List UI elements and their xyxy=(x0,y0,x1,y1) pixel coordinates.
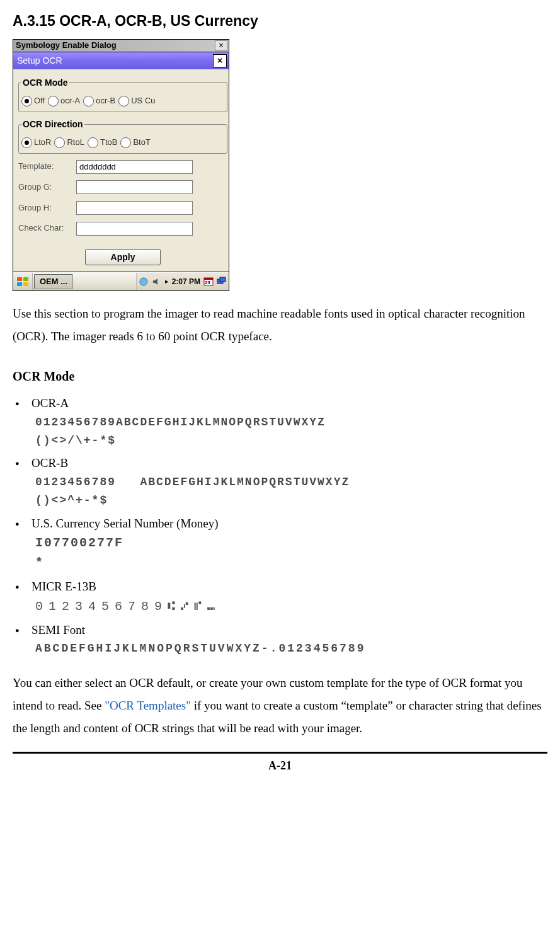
radio-label: LtoR xyxy=(34,135,51,151)
svg-rect-4 xyxy=(220,277,226,282)
setup-close-button[interactable]: × xyxy=(213,54,227,67)
background-dialog-titlebar: Symbology Enable Dialog × xyxy=(13,40,229,52)
apply-button[interactable]: Apply xyxy=(85,249,161,265)
taskbar: OEM ... ▸ 2:07 PM 23 xyxy=(13,272,229,290)
network-icon[interactable] xyxy=(139,277,149,287)
radio-dir-rtol[interactable]: RtoL xyxy=(54,135,84,151)
setup-titlebar: Setup OCR × xyxy=(13,52,229,69)
radio-icon xyxy=(21,96,32,106)
page-number: A-21 xyxy=(13,755,547,776)
setup-body: OCR Mode Off ocr-A ocr-B US Cu OCR Direc… xyxy=(13,69,229,272)
ocr-direction-group: OCR Direction LtoR RtoL TtoB BtoT xyxy=(18,116,227,154)
list-item-micr: MICR E-13B 0123456789⑆⑇⑈⑉ xyxy=(15,578,547,615)
radio-label: TtoB xyxy=(100,135,117,151)
setup-title-text: Setup OCR xyxy=(17,52,62,69)
windows-flag-icon xyxy=(17,277,28,286)
micr-label: MICR E-13B xyxy=(15,578,547,596)
radio-icon xyxy=(83,96,94,106)
ocr-mode-subheading: OCR Mode xyxy=(13,364,547,388)
radio-icon xyxy=(88,137,98,148)
micr-sample: 0123456789⑆⑇⑈⑉ xyxy=(35,599,547,615)
group-g-row: Group G: xyxy=(18,180,227,195)
radio-label: US Cu xyxy=(131,93,155,109)
ocr-b-sample-line1: 0123456789 ABCDEFGHIJKLMNOPQRSTUVWXYZ xyxy=(35,475,547,490)
ocr-direction-legend: OCR Direction xyxy=(21,116,84,133)
semi-sample: ABCDEFGHIJKLMNOPQRSTUVWXYZ-.0123456789 xyxy=(35,641,547,656)
group-h-input[interactable] xyxy=(76,201,193,215)
us-currency-sample-line2: * xyxy=(35,555,547,572)
radio-icon xyxy=(21,137,32,148)
ocr-b-sample-line2: ()<>^+-*$ xyxy=(35,493,547,508)
radio-icon xyxy=(54,137,65,148)
us-currency-sample-line1: I07700277F xyxy=(35,535,547,551)
list-item-semi: SEMI Font ABCDEFGHIJKLMNOPQRSTUVWXYZ-.01… xyxy=(15,621,547,657)
radio-label: ocr-B xyxy=(96,93,115,109)
ocr-b-label: OCR-B xyxy=(15,454,547,473)
check-char-row: Check Char: xyxy=(18,221,227,236)
intro-paragraph: Use this section to program the imager t… xyxy=(13,302,547,348)
calendar-icon[interactable]: 23 xyxy=(203,277,214,287)
template-row: Template: xyxy=(18,159,227,175)
svg-point-0 xyxy=(140,278,147,285)
ocr-a-sample-line1: 0123456789ABCDEFGHIJKLMNOPQRSTUVWXYZ xyxy=(35,415,547,430)
footer-rule xyxy=(13,752,547,754)
tray-arrow-icon[interactable]: ▸ xyxy=(165,275,169,288)
radio-mode-ocr-b[interactable]: ocr-B xyxy=(83,93,115,109)
radio-label: RtoL xyxy=(67,135,84,151)
taskbar-clock[interactable]: 2:07 PM xyxy=(172,275,200,289)
radio-label: ocr-A xyxy=(60,93,80,109)
radio-label: BtoT xyxy=(133,135,150,151)
radio-mode-off[interactable]: Off xyxy=(21,93,45,109)
list-item-ocr-a: OCR-A 0123456789ABCDEFGHIJKLMNOPQRSTUVWX… xyxy=(15,394,547,448)
cascade-windows-icon[interactable] xyxy=(217,277,227,287)
check-char-input[interactable] xyxy=(76,222,193,236)
radio-icon xyxy=(48,96,59,106)
radio-mode-ocr-a[interactable]: ocr-A xyxy=(48,93,80,109)
ocr-mode-group: OCR Mode Off ocr-A ocr-B US Cu xyxy=(18,74,227,112)
calendar-badge: 23 xyxy=(205,278,210,287)
start-button[interactable] xyxy=(13,273,33,290)
group-g-label: Group G: xyxy=(18,180,76,195)
group-h-row: Group H: xyxy=(18,200,227,216)
section-heading: A.3.15 OCR-A, OCR-B, US Currency xyxy=(13,13,547,30)
background-close-button[interactable]: × xyxy=(215,40,227,51)
ocr-mode-legend: OCR Mode xyxy=(21,74,69,91)
radio-icon xyxy=(120,137,131,148)
group-h-label: Group H: xyxy=(18,200,76,216)
ocr-direction-radio-row: LtoR RtoL TtoB BtoT xyxy=(21,135,226,151)
check-char-label: Check Char: xyxy=(18,221,76,236)
apply-row: Apply xyxy=(18,249,227,265)
template-input[interactable] xyxy=(76,160,193,174)
system-tray: ▸ 2:07 PM 23 xyxy=(136,273,229,290)
setup-ocr-window: Setup OCR × OCR Mode Off ocr-A ocr-B US … xyxy=(13,52,229,272)
us-currency-label: U.S. Currency Serial Number (Money) xyxy=(15,515,547,533)
ocr-a-label: OCR-A xyxy=(15,394,547,413)
radio-label: Off xyxy=(34,93,45,109)
list-item-us-currency: U.S. Currency Serial Number (Money) I077… xyxy=(15,515,547,572)
font-examples-list: OCR-A 0123456789ABCDEFGHIJKLMNOPQRSTUVWX… xyxy=(15,394,547,656)
group-g-input[interactable] xyxy=(76,180,193,194)
background-dialog-title: Symbology Enable Dialog xyxy=(16,40,117,52)
template-label: Template: xyxy=(18,159,76,175)
radio-mode-us-currency[interactable]: US Cu xyxy=(118,93,155,109)
volume-icon[interactable] xyxy=(152,277,162,287)
radio-dir-btot[interactable]: BtoT xyxy=(120,135,150,151)
semi-label: SEMI Font xyxy=(15,621,547,640)
closing-paragraph: You can either select an OCR default, or… xyxy=(13,672,547,740)
radio-icon xyxy=(118,96,129,106)
radio-dir-ltor[interactable]: LtoR xyxy=(21,135,51,151)
ocr-a-sample-line2: ()<>/\+-*$ xyxy=(35,434,547,448)
ocr-templates-link[interactable]: "OCR Templates" xyxy=(105,699,191,712)
list-item-ocr-b: OCR-B 0123456789 ABCDEFGHIJKLMNOPQRSTUVW… xyxy=(15,454,547,508)
screenshot-container: Symbology Enable Dialog × Setup OCR × OC… xyxy=(13,39,229,291)
ocr-mode-radio-row: Off ocr-A ocr-B US Cu xyxy=(21,93,226,109)
radio-dir-ttob[interactable]: TtoB xyxy=(88,135,117,151)
taskbar-task-button[interactable]: OEM ... xyxy=(34,274,73,289)
